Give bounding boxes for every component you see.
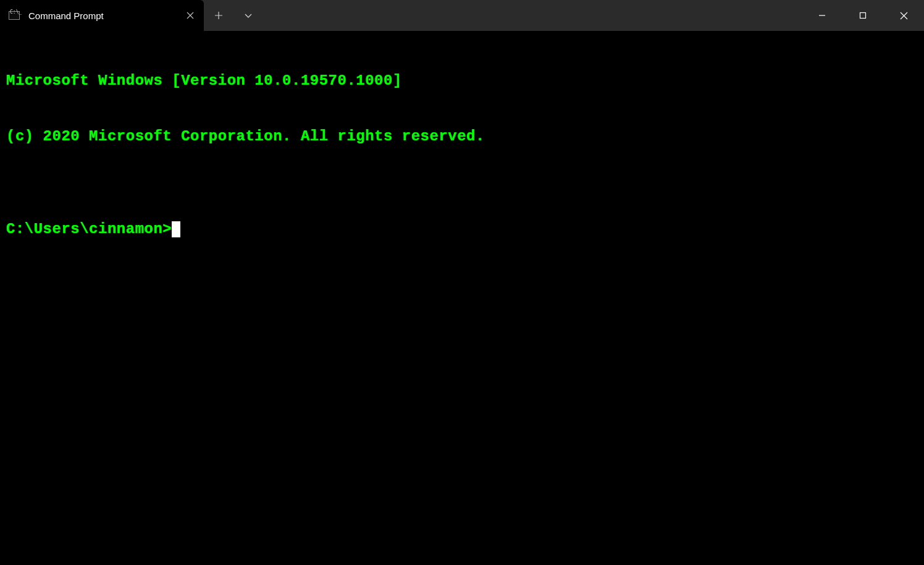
terminal-output[interactable]: Microsoft Windows [Version 10.0.19570.10… [0, 31, 924, 565]
tab-command-prompt[interactable]: C:\_ Command Prompt [0, 0, 204, 31]
terminal-prompt: C:\Users\cinnamon> [6, 220, 172, 239]
terminal-line: (c) 2020 Microsoft Corporation. All righ… [6, 127, 918, 146]
window-controls [802, 0, 924, 31]
terminal-line: Microsoft Windows [Version 10.0.19570.10… [6, 72, 918, 90]
svg-rect-0 [860, 13, 866, 19]
maximize-button[interactable] [842, 0, 883, 31]
titlebar-drag-area[interactable] [263, 0, 802, 31]
terminal-cursor [172, 221, 180, 237]
tab-actions [204, 0, 263, 31]
maximize-icon [859, 12, 867, 19]
chevron-down-icon [244, 11, 253, 20]
titlebar: C:\_ Command Prompt [0, 0, 924, 31]
tab-title: Command Prompt [28, 11, 173, 21]
tab-dropdown-button[interactable] [233, 0, 263, 31]
close-icon [187, 12, 194, 19]
minimize-icon [818, 12, 826, 19]
close-window-button[interactable] [883, 0, 924, 31]
close-icon [900, 12, 908, 20]
cmd-icon: C:\_ [9, 11, 20, 20]
tab-close-button[interactable] [182, 7, 199, 24]
terminal-prompt-line: C:\Users\cinnamon> [6, 220, 918, 239]
minimize-button[interactable] [802, 0, 842, 31]
plus-icon [214, 11, 223, 20]
new-tab-button[interactable] [204, 0, 233, 31]
